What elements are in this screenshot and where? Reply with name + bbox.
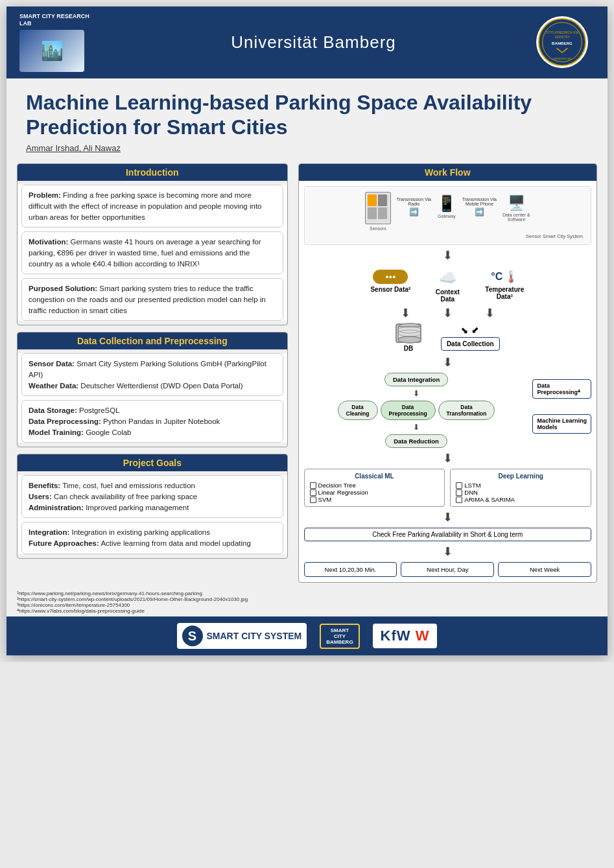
authors: Ammar Irshad, Ali Nawaz xyxy=(26,143,588,153)
data-collection-section: Data Collection and Preprocessing Sensor… xyxy=(17,332,288,447)
storage-text: PostgreSQL xyxy=(77,406,120,414)
introduction-section: Introduction Problem: Finding a free par… xyxy=(17,163,288,325)
pred-10min-label: Next 10,20,30 Min. xyxy=(325,566,377,573)
prediction-10min: Next 10,20,30 Min. xyxy=(304,562,397,577)
linear-regression-label: Linear Regression xyxy=(318,489,368,496)
context-data-label: ContextData xyxy=(436,288,460,303)
project-goals-content: Benefits: Time, cost, fuel and emissions… xyxy=(18,475,287,554)
scs-text: SMART CITY SYSTEM xyxy=(207,631,302,641)
data-card-sources: Sensor Data: Smart City System Parking S… xyxy=(21,353,283,396)
intro-card-motivation: Motivation: Germans waste 41 hours on av… xyxy=(21,231,283,274)
svg-point-8 xyxy=(398,336,420,343)
checkbox-6 xyxy=(456,497,462,503)
linear-regression-item: Linear Regression xyxy=(310,489,440,496)
footer: S SMART CITY SYSTEM SMART CITY BAMBERG K… xyxy=(6,616,608,655)
mobile-label: Transmission ViaMobile Phone xyxy=(462,197,497,206)
temp-data-item: °C 🌡️ TemperatureData³ xyxy=(478,270,530,303)
scs-s-letter: S xyxy=(188,629,196,644)
future-label: Future Approaches: xyxy=(29,539,99,547)
preprocessing-side: DataPreprocessing⁴ Machine LearningModel… xyxy=(532,373,591,434)
header-illustration: 🏙️ xyxy=(19,30,84,72)
flow-arrow-2: ⬇ xyxy=(401,306,410,320)
data-transformation-box: DataTransformation xyxy=(438,401,495,420)
intro-motivation-label: Motivation: xyxy=(29,238,68,246)
smart-city-lab-text: SMART CITY RESEARCH LAB xyxy=(19,13,97,27)
ml-models-box: Machine LearningModels xyxy=(532,414,591,434)
scb-line2: CITY xyxy=(326,633,353,639)
parking-sensor-label: Sensors xyxy=(370,226,386,231)
goals-card-benefits: Benefits: Time, cost, fuel and emissions… xyxy=(21,475,283,518)
lstm-label: LSTM xyxy=(464,482,480,489)
integration-label: Integration: xyxy=(29,528,69,536)
uni-badge: OTTO-FRIEDRICH-UNI VERSITÄT BAMBERG UNIV… xyxy=(536,16,588,68)
users-text: Can check availability of free parking s… xyxy=(52,493,197,500)
intro-problem-label: Problem: xyxy=(29,191,61,199)
smart-city-system-label: Sensor Smart City System xyxy=(526,233,583,239)
arima-label: ARIMA & SARIMA xyxy=(464,496,515,503)
preprocessing-label: Data Preprocessing: xyxy=(29,417,101,425)
svg-text:BAMBERG: BAMBERG xyxy=(552,41,573,45)
preprocess-middle-row: DataCleaning DataPreprocessing DataTrans… xyxy=(338,401,495,420)
poster-title: Machine Learning-based Parking Space Ava… xyxy=(26,90,588,140)
svg-text:UNIVERSITÄT: UNIVERSITÄT xyxy=(553,57,572,60)
weather-data-label: Weather Data: xyxy=(29,382,78,390)
data-cleaning-box: DataCleaning xyxy=(338,401,378,420)
data-integration-box: Data Integration xyxy=(384,373,448,386)
poster: SMART CITY RESEARCH LAB 🏙️ Universität B… xyxy=(6,6,608,655)
diag-arrow-icon2: ⬇ xyxy=(469,324,482,337)
sensor-data-icon: ●●● xyxy=(373,270,408,284)
footnote-1: ¹https://www.parking.net/parking-news/in… xyxy=(17,591,597,596)
data-reduction-box: Data Reduction xyxy=(385,434,447,448)
smart-city-system-logo: S SMART CITY SYSTEM xyxy=(177,623,307,649)
main-title-area: Machine Learning-based Parking Space Ava… xyxy=(6,78,608,159)
logo-left: SMART CITY RESEARCH LAB 🏙️ xyxy=(19,13,97,72)
scb-line1: SMART xyxy=(326,628,353,633)
preprocessing-text: Python Pandas in Jupiter Notebook xyxy=(101,417,220,425)
db-label: DB xyxy=(404,345,413,352)
data-card-tools: Data Storage: PostgreSQL Data Preprocess… xyxy=(21,400,283,443)
db-item: DB xyxy=(396,323,421,352)
weather-data-text: Deutscher Wetterdienst (DWD Open Data Po… xyxy=(78,382,243,390)
sensor-data-item: ●●● Sensor Data² xyxy=(364,270,416,303)
ml-row: Classical ML Decision Tree Linear Regres… xyxy=(304,469,591,507)
intro-problem-text: Finding a free parking space is becoming… xyxy=(29,191,262,220)
arrow-right-icon: ➡️ xyxy=(409,207,419,217)
university-title: Universität Bamberg xyxy=(110,32,517,53)
sensor-data-label: Sensor Data: xyxy=(29,360,75,368)
preprocessing-side-box: DataPreprocessing⁴ xyxy=(532,379,591,399)
decision-tree-item: Decision Tree xyxy=(310,482,440,489)
checkbox-4 xyxy=(456,482,462,489)
flow-arrow-4: ⬇ xyxy=(485,306,495,320)
svm-label: SVM xyxy=(318,496,332,503)
arrows-group1: ⬇ ⬇ ⬇ xyxy=(401,305,495,321)
footnotes: ¹https://www.parking.net/parking-news/in… xyxy=(6,588,608,616)
prediction-row: Next 10,20,30 Min. Next Hour, Day Next W… xyxy=(304,562,591,577)
temp-icon-group: °C 🌡️ xyxy=(491,270,518,284)
phone-gateway: 📱 Gateway xyxy=(437,194,456,218)
sensor-data-label2: Sensor Data² xyxy=(370,286,410,293)
parking-spots: Sensors xyxy=(365,192,391,231)
db-cylinder xyxy=(396,323,421,343)
deep-learning-title: Deep Learning xyxy=(456,473,585,480)
arrow-right-icon2: ➡️ xyxy=(475,207,484,217)
workflow-content: Sensors Transmission ViaRadio ➡️ 📱 Gatew… xyxy=(299,181,596,582)
prediction-hour: Next Hour, Day xyxy=(401,562,494,577)
scs-s-circle: S xyxy=(182,626,203,646)
data-collection-content: Sensor Data: Smart City System Parking S… xyxy=(18,353,287,443)
benefits-text: Time, cost, fuel and emissions reduction xyxy=(60,482,195,489)
gateway-label: Gateway xyxy=(438,214,456,218)
header: SMART CITY RESEARCH LAB 🏙️ Universität B… xyxy=(6,6,608,78)
kfw-text: KfW xyxy=(381,628,411,644)
svg-text:VERSITÄT: VERSITÄT xyxy=(554,36,569,40)
users-label: Users: xyxy=(29,493,52,500)
classical-ml-title: Classical ML xyxy=(310,473,440,480)
decision-tree-label: Decision Tree xyxy=(318,482,356,489)
phone-icon: 📱 xyxy=(437,194,456,213)
db-svg xyxy=(397,322,420,345)
intro-solution-label: Purposed Solution: xyxy=(29,285,97,292)
dnn-item: DNN xyxy=(456,489,585,496)
project-goals-header: Project Goals xyxy=(18,454,287,471)
svg-text:OTTO-FRIEDRICH-UNI: OTTO-FRIEDRICH-UNI xyxy=(546,31,578,34)
preprocessing-section: Data Integration ⬇ DataCleaning DataPrep… xyxy=(304,373,591,448)
data-center: 🖥️ Data center &Software xyxy=(502,194,530,222)
